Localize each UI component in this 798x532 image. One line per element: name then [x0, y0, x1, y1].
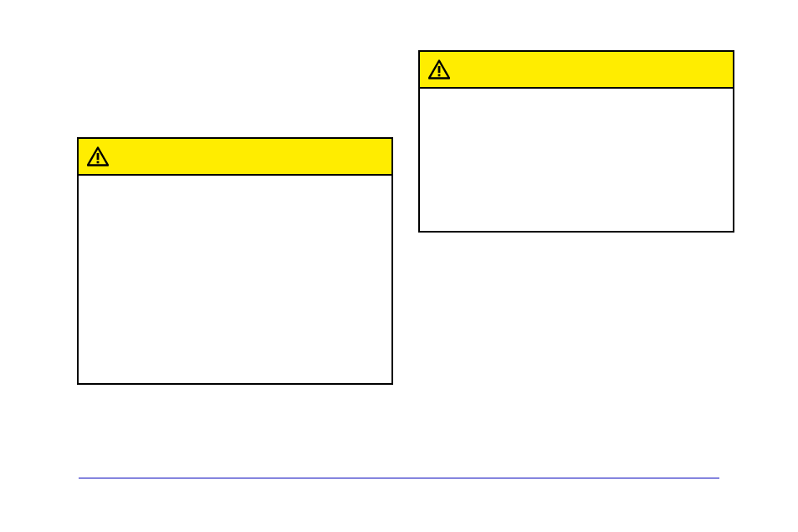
svg-rect-4 — [438, 66, 441, 73]
warning-triangle-icon — [428, 59, 450, 79]
caution-body-right — [420, 89, 733, 102]
caution-header-left — [79, 139, 391, 176]
svg-rect-1 — [97, 153, 100, 160]
caution-body-left — [79, 176, 391, 189]
svg-rect-5 — [438, 74, 441, 77]
caution-header-right — [420, 52, 733, 89]
horizontal-rule — [79, 478, 719, 478]
caution-box-right — [418, 50, 734, 233]
warning-triangle-icon — [87, 146, 109, 166]
caution-box-left — [77, 137, 393, 385]
svg-rect-2 — [97, 161, 100, 164]
